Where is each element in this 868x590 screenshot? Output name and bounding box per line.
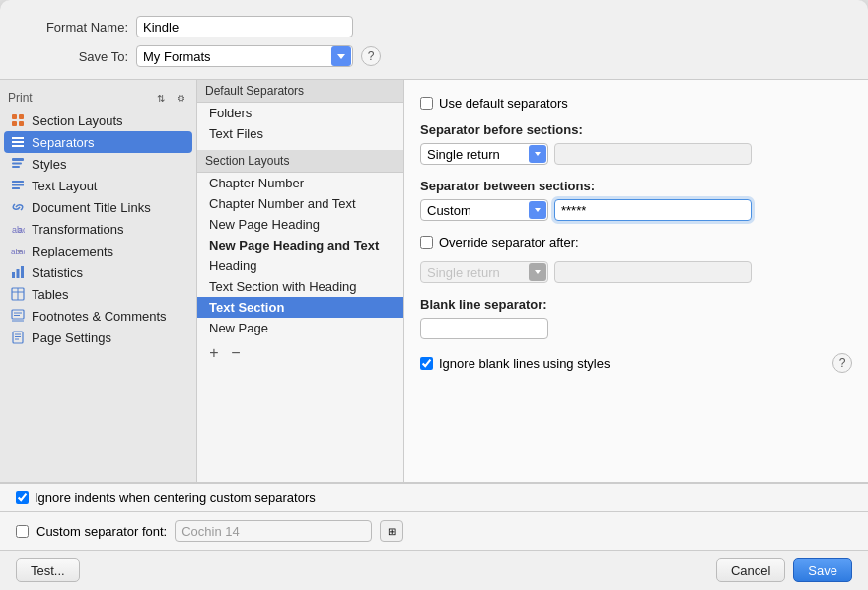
add-item-button[interactable]: + — [205, 344, 223, 362]
mid-add-remove-row: + − — [197, 338, 403, 368]
sidebar-gear-icon[interactable]: ⚙ — [173, 90, 188, 106]
text-layout-icon — [10, 178, 26, 193]
sidebar-label-text-layout: Text Layout — [32, 179, 98, 193]
custom-font-label: Custom separator font: — [36, 524, 167, 539]
sidebar-item-section-layouts[interactable]: Section Layouts — [0, 110, 196, 131]
blank-line-input[interactable] — [420, 318, 548, 339]
help-button[interactable]: ? — [832, 353, 852, 373]
mid-item-new-page-heading-text[interactable]: New Page Heading and Text — [197, 235, 403, 256]
sidebar-item-replacements[interactable]: abac Replacements — [0, 240, 196, 261]
sidebar-item-transformations[interactable]: abac Transformations — [0, 218, 196, 240]
svg-rect-1 — [19, 114, 24, 119]
use-default-separators-label: Use default separators — [439, 96, 568, 111]
bottom-right: Cancel Save — [716, 558, 852, 582]
sidebar-item-text-layout[interactable]: Text Layout — [0, 175, 196, 196]
svg-rect-18 — [17, 269, 20, 278]
separator-between-select-wrap: Single return Double return None Custom — [420, 199, 548, 221]
save-to-select-wrap: My Formats Built-in Formats — [136, 45, 353, 67]
sidebar-item-page-settings[interactable]: Page Settings — [0, 327, 196, 348]
mid-item-folders[interactable]: Folders — [197, 103, 403, 123]
svg-rect-4 — [12, 137, 24, 139]
sidebar-item-separators[interactable]: Separators — [4, 131, 192, 153]
lines-icon — [10, 134, 26, 150]
separator-between-row: Single return Double return None Custom — [420, 199, 852, 221]
svg-rect-17 — [12, 272, 15, 278]
sidebar-print-label: Print — [8, 91, 33, 105]
save-to-label: Save To: — [20, 49, 128, 64]
separator-before-row: Single return Double return None Custom — [420, 143, 852, 165]
format-name-label: Format Name: — [20, 20, 128, 35]
replace-icon: abac — [10, 243, 26, 258]
test-button[interactable]: Test... — [16, 558, 80, 582]
separator-between-text-field[interactable] — [554, 199, 752, 221]
middle-panel: Default Separators Folders Text Files Se… — [197, 80, 404, 482]
sidebar-label-tables: Tables — [32, 287, 69, 302]
sidebar-item-statistics[interactable]: Statistics — [0, 261, 196, 283]
separator-before-label: Separator before sections: — [420, 122, 852, 137]
override-separator-checkbox[interactable] — [420, 236, 433, 249]
mid-item-text-section-with-heading[interactable]: Text Section with Heading — [197, 276, 403, 297]
ignore-blank-lines-row: Ignore blank lines using styles ? — [420, 353, 852, 373]
page-icon — [10, 330, 26, 345]
blank-line-label: Blank line separator: — [420, 297, 852, 312]
sidebar-label-transformations: Transformations — [32, 222, 123, 237]
ignore-indents-label: Ignore indents when centering custom sep… — [35, 490, 316, 505]
stats-icon — [10, 264, 26, 280]
link-icon — [10, 199, 26, 215]
svg-rect-6 — [12, 145, 24, 147]
sidebar: Print ⇅ ⚙ Section Layouts Separators — [0, 80, 197, 482]
mid-item-new-page[interactable]: New Page — [197, 318, 403, 338]
svg-text:ac: ac — [18, 225, 25, 235]
save-button[interactable]: Save — [793, 558, 852, 582]
sidebar-label-page-settings: Page Settings — [32, 331, 111, 345]
right-panel: Use default separators Separator before … — [404, 80, 868, 482]
sidebar-label-section-layouts: Section Layouts — [32, 113, 123, 128]
sidebar-item-footnotes-comments[interactable]: Footnotes & Comments — [0, 305, 196, 327]
sidebar-label-replacements: Replacements — [32, 244, 113, 258]
sidebar-label-separators: Separators — [32, 135, 95, 150]
custom-font-checkbox[interactable] — [16, 525, 29, 538]
format-name-row: Format Name: — [20, 16, 848, 37]
separator-between-select[interactable]: Single return Double return None Custom — [420, 199, 548, 221]
override-separator-row: Override separator after: — [420, 235, 852, 250]
mid-item-new-page-heading[interactable]: New Page Heading — [197, 214, 403, 235]
sidebar-item-document-title-links[interactable]: Document Title Links — [0, 196, 196, 218]
svg-rect-5 — [12, 141, 24, 143]
separator-before-select[interactable]: Single return Double return None Custom — [420, 143, 548, 165]
override-separator-dropdown-row: Single return — [420, 261, 852, 283]
sidebar-label-statistics: Statistics — [32, 265, 83, 280]
format-name-input[interactable] — [136, 16, 353, 37]
override-select-wrap: Single return — [420, 261, 548, 283]
font-picker-button[interactable]: ⊞ — [380, 520, 403, 542]
svg-rect-2 — [12, 121, 17, 126]
mid-item-heading[interactable]: Heading — [197, 256, 403, 276]
custom-font-input — [175, 520, 372, 542]
cancel-button[interactable]: Cancel — [716, 558, 785, 582]
svg-rect-11 — [12, 184, 24, 186]
mid-item-chapter-number-text[interactable]: Chapter Number and Text — [197, 193, 403, 214]
svg-rect-3 — [19, 121, 24, 126]
mid-item-text-files[interactable]: Text Files — [197, 123, 403, 144]
mid-item-chapter-number[interactable]: Chapter Number — [197, 173, 403, 193]
mid-header-section-layouts: Section Layouts — [197, 150, 403, 173]
ignore-blank-lines-checkbox[interactable] — [420, 357, 433, 370]
save-to-select[interactable]: My Formats Built-in Formats — [136, 45, 353, 67]
sidebar-item-tables[interactable]: Tables — [0, 283, 196, 305]
override-separator-label: Override separator after: — [439, 235, 579, 250]
svg-rect-9 — [12, 166, 20, 168]
svg-text:ac: ac — [19, 247, 25, 256]
dialog: Format Name: Save To: My Formats Built-i… — [0, 0, 868, 590]
grid-icon — [10, 112, 26, 128]
ignore-indents-checkbox[interactable] — [16, 491, 29, 504]
footnote-icon — [10, 308, 26, 324]
table-icon — [10, 286, 26, 302]
save-to-help-button[interactable]: ? — [361, 46, 381, 66]
use-default-separators-checkbox[interactable] — [420, 97, 433, 110]
mid-item-text-section[interactable]: Text Section — [197, 297, 403, 318]
sidebar-sort-icon[interactable]: ⇅ — [153, 90, 169, 106]
styles-icon — [10, 156, 26, 172]
remove-item-button[interactable]: − — [227, 344, 245, 362]
sidebar-header: Print ⇅ ⚙ — [0, 86, 196, 110]
svg-rect-7 — [12, 158, 24, 161]
sidebar-item-styles[interactable]: Styles — [0, 153, 196, 175]
